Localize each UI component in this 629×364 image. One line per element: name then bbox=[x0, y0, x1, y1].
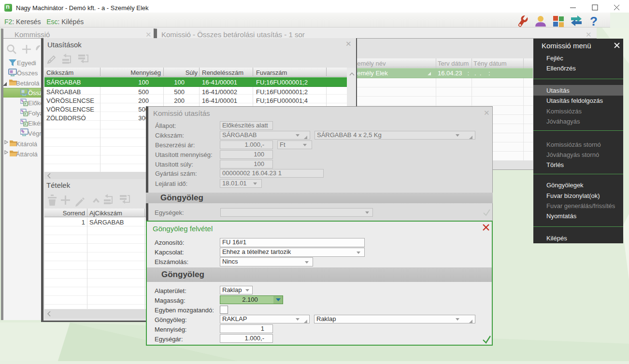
svg-text:?: ? bbox=[590, 15, 598, 28]
